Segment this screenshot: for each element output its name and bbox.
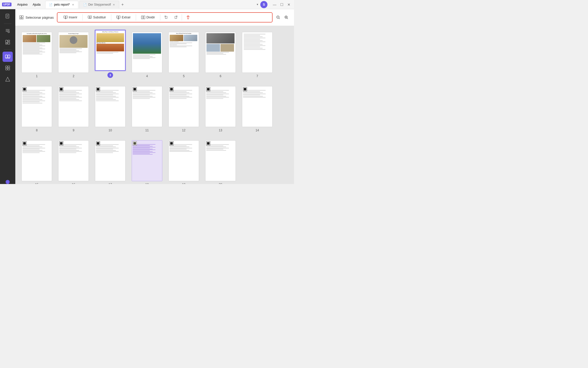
page-item-1[interactable]: The Health and Mood-Boosting Benefits of… bbox=[21, 32, 52, 78]
page-item-10[interactable]: 10 bbox=[95, 86, 126, 132]
sidebar-icon-draw[interactable] bbox=[3, 74, 13, 84]
page-item-12[interactable]: 12 bbox=[168, 86, 199, 132]
zoom-in-icon bbox=[284, 15, 288, 19]
sidebar-icon-document[interactable] bbox=[3, 11, 13, 21]
tab-pets-report-close[interactable]: ✕ bbox=[71, 3, 75, 6]
page-item-15[interactable]: 15 bbox=[21, 140, 52, 184]
page-number-14: 14 bbox=[255, 129, 259, 132]
menu-arquivo[interactable]: Arquivo bbox=[15, 2, 30, 7]
rotate-right-button[interactable] bbox=[172, 14, 180, 21]
zoom-in-button[interactable] bbox=[283, 14, 290, 21]
rotate-left-icon bbox=[164, 15, 168, 19]
page-thumb-6 bbox=[205, 32, 236, 73]
zoom-out-button[interactable] bbox=[275, 14, 282, 21]
main-area: › Selecionar páginas bbox=[0, 9, 294, 184]
content-area: Selecionar páginas Inserir bbox=[15, 9, 294, 184]
page-thumb-7 bbox=[242, 32, 273, 73]
page-thumb-8 bbox=[21, 86, 52, 127]
insert-button[interactable]: Inserir bbox=[60, 14, 80, 21]
page-number-6: 6 bbox=[220, 74, 222, 78]
toolbar-divider-3 bbox=[136, 14, 136, 20]
page-number-4: 4 bbox=[146, 74, 148, 78]
svg-rect-6 bbox=[8, 40, 10, 41]
svg-rect-12 bbox=[6, 66, 7, 68]
page-thumb-1: The Health and Mood-Boosting Benefits of… bbox=[21, 32, 52, 73]
page-row-1: The Health and Mood-Boosting Benefits of… bbox=[21, 30, 288, 78]
tab-steppenwolf-label: Der Steppenwolf bbox=[88, 3, 111, 6]
insert-label: Inserir bbox=[69, 16, 77, 19]
page-thumb-14 bbox=[242, 86, 273, 127]
page-thumb-11 bbox=[132, 86, 162, 127]
page-number-3: 3 bbox=[107, 72, 113, 78]
tabs-area: 📄 pets report* ✕ 📄 Der Steppenwolf ✕ + bbox=[45, 1, 255, 8]
page-item-18[interactable]: 18 bbox=[132, 140, 162, 184]
select-pages-label: Selecionar páginas bbox=[26, 16, 54, 19]
tab-pets-report[interactable]: 📄 pets report* ✕ bbox=[45, 1, 78, 8]
page-row-3: 15 bbox=[21, 140, 288, 184]
delete-button[interactable] bbox=[184, 14, 192, 21]
page-thumb-20 bbox=[205, 140, 236, 181]
tab-dropdown[interactable]: ▾ bbox=[255, 2, 260, 7]
tab-pets-report-label: pets report* bbox=[54, 3, 70, 6]
sidebar-icon-organize[interactable] bbox=[3, 63, 13, 73]
page-thumb-13 bbox=[205, 86, 236, 127]
svg-rect-32 bbox=[165, 16, 167, 19]
page-thumb-3: A Key Phase in the History of Tourism Wh… bbox=[95, 30, 126, 71]
svg-rect-22 bbox=[66, 16, 67, 18]
page-item-13[interactable]: 13 bbox=[205, 86, 236, 132]
divide-icon bbox=[141, 15, 145, 19]
replace-button[interactable]: Substituir bbox=[85, 14, 109, 21]
tab-steppenwolf-close[interactable]: ✕ bbox=[112, 3, 115, 6]
page-item-20[interactable]: 20 bbox=[205, 140, 236, 184]
page-item-16[interactable]: 16 bbox=[58, 140, 89, 184]
sidebar-divider-2 bbox=[4, 49, 11, 50]
page-number-2: 2 bbox=[73, 74, 75, 78]
toolbar-divider-5 bbox=[182, 14, 182, 20]
page-item-4[interactable]: 4 bbox=[132, 32, 162, 78]
tab-add-button[interactable]: + bbox=[119, 1, 126, 8]
page-item-14[interactable]: 14 bbox=[242, 86, 273, 132]
menu-ajuda[interactable]: Ajuda bbox=[30, 2, 43, 7]
sidebar-icon-reader[interactable] bbox=[3, 26, 13, 36]
svg-rect-8 bbox=[6, 43, 7, 44]
tab-steppenwolf[interactable]: 📄 Der Steppenwolf ✕ bbox=[79, 1, 119, 8]
maximize-button[interactable]: ☐ bbox=[279, 2, 285, 8]
page-item-8[interactable]: 8 bbox=[21, 86, 52, 132]
select-pages-area: Selecionar páginas bbox=[19, 15, 54, 19]
divide-button[interactable]: Dividir bbox=[138, 14, 158, 21]
extract-button[interactable]: Extrair bbox=[113, 14, 134, 21]
sidebar-divider-1 bbox=[4, 24, 11, 24]
toolbar-divider-1 bbox=[82, 14, 83, 20]
svg-rect-25 bbox=[88, 16, 90, 18]
page-item-6[interactable]: 6 bbox=[205, 32, 236, 78]
page-number-20: 20 bbox=[219, 183, 222, 184]
svg-marker-16 bbox=[6, 77, 10, 81]
page-thumb-10 bbox=[95, 86, 126, 127]
page-item-7[interactable]: 7 bbox=[242, 32, 273, 78]
svg-rect-30 bbox=[143, 16, 145, 19]
page-item-19[interactable]: 19 bbox=[168, 140, 199, 184]
sidebar-icon-pages[interactable] bbox=[3, 52, 13, 62]
page-thumb-9 bbox=[58, 86, 89, 127]
page-item-3[interactable]: A Key Phase in the History of Tourism Wh… bbox=[95, 30, 126, 78]
rotate-left-button[interactable] bbox=[162, 14, 170, 21]
page-item-9[interactable]: 9 bbox=[58, 86, 89, 132]
page-item-11[interactable]: 11 bbox=[132, 86, 162, 132]
svg-rect-19 bbox=[20, 18, 21, 19]
svg-rect-21 bbox=[64, 16, 65, 18]
page-number-15: 15 bbox=[35, 183, 38, 184]
close-button[interactable]: ✕ bbox=[286, 2, 292, 8]
page-number-11: 11 bbox=[145, 129, 149, 132]
svg-rect-17 bbox=[20, 16, 21, 18]
replace-icon bbox=[88, 15, 92, 19]
page-thumb-4 bbox=[132, 32, 162, 73]
page-item-5[interactable]: Improve Working Productivity Using Apps … bbox=[168, 32, 199, 78]
page-item-2[interactable]: Animals Helping People 2 bbox=[58, 32, 89, 78]
page-number-7: 7 bbox=[256, 74, 258, 78]
page-thumb-2: Animals Helping People bbox=[58, 32, 89, 73]
page-item-17[interactable]: 17 bbox=[95, 140, 126, 184]
minimize-button[interactable]: — bbox=[272, 2, 278, 8]
sidebar-icon-edit[interactable] bbox=[3, 37, 13, 47]
sidebar-collapse-arrow[interactable]: › bbox=[6, 180, 10, 184]
page-thumb-17 bbox=[95, 140, 126, 181]
